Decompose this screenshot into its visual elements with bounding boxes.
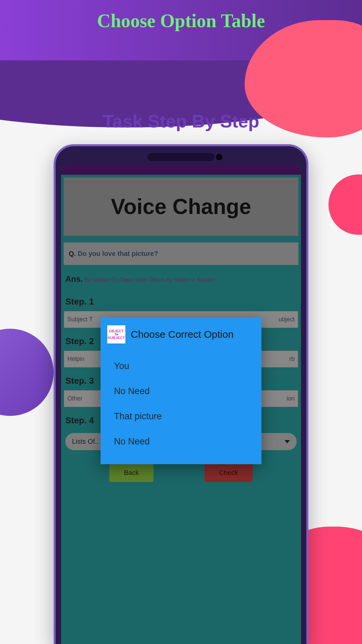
page-subtitle: Task Step By Step [0, 111, 362, 131]
modal-option-you[interactable]: You [114, 354, 248, 379]
modal-option-that-picture[interactable]: That picture [114, 404, 248, 429]
object-to-subject-icon: OBJECT To SUBJECT [107, 325, 125, 343]
page-title: Choose Option Table [0, 10, 362, 32]
modal-option-no-need-2[interactable]: No Need [114, 429, 248, 454]
bg-pink-circle-right [328, 174, 362, 235]
modal-title: Choose Correct Option [131, 329, 234, 340]
modal-options: You No Need That picture No Need [101, 350, 261, 464]
modal-option-no-need-1[interactable]: No Need [114, 379, 248, 404]
phone-notch [147, 153, 215, 161]
phone-screen: Voice Change Q. Do you love that picture… [61, 165, 301, 644]
bg-purple-circle-left [0, 329, 54, 416]
modal-header: OBJECT To SUBJECT Choose Correct Option [101, 317, 261, 350]
phone-frame: Voice Change Q. Do you love that picture… [54, 144, 308, 644]
phone-camera [216, 154, 223, 160]
choose-option-modal: OBJECT To SUBJECT Choose Correct Option … [101, 317, 261, 464]
